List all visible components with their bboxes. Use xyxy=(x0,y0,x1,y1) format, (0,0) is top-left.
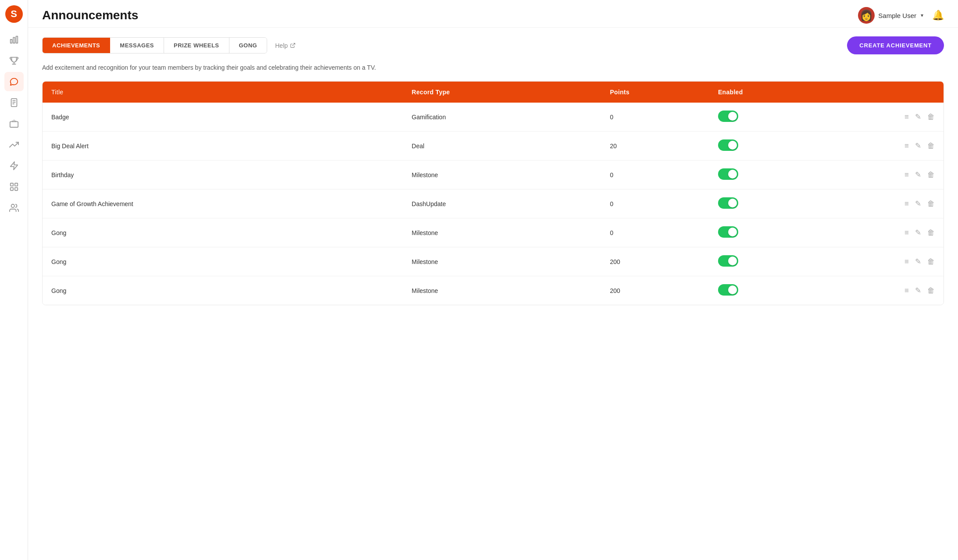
tabs-container: ACHIEVEMENTS MESSAGES PRIZE WHEELS GONG xyxy=(42,37,267,54)
svg-rect-9 xyxy=(10,183,13,186)
list-icon-1[interactable]: ≡ xyxy=(904,142,909,150)
action-icons-4: ≡ ✎ 🗑 xyxy=(826,228,935,237)
table-row: Gong Milestone 200 ≡ ✎ 🗑 xyxy=(43,276,944,305)
create-achievement-button[interactable]: CREATE ACHIEVEMENT xyxy=(847,36,944,54)
toggle-0[interactable] xyxy=(718,111,738,122)
action-icons-3: ≡ ✎ 🗑 xyxy=(826,199,935,208)
edit-icon-1[interactable]: ✎ xyxy=(915,141,921,150)
svg-rect-1 xyxy=(13,37,15,43)
main-content: Announcements 👩 Sample User ▾ 🔔 ACHIEVEM… xyxy=(28,0,958,560)
svg-rect-7 xyxy=(10,121,18,127)
tab-achievements[interactable]: ACHIEVEMENTS xyxy=(43,38,110,53)
sidebar: S xyxy=(0,0,28,560)
delete-icon-6[interactable]: 🗑 xyxy=(927,286,935,295)
avatar-image: 👩 xyxy=(860,9,873,21)
delete-icon-0[interactable]: 🗑 xyxy=(927,113,935,121)
cell-enabled-1 xyxy=(709,132,817,161)
tab-prize-wheels[interactable]: PRIZE WHEELS xyxy=(164,38,229,53)
list-icon-4[interactable]: ≡ xyxy=(904,228,909,237)
list-icon-5[interactable]: ≡ xyxy=(904,257,909,266)
cell-enabled-3 xyxy=(709,189,817,218)
notification-bell-icon[interactable]: 🔔 xyxy=(932,10,944,21)
user-menu[interactable]: 👩 Sample User ▾ xyxy=(858,7,923,24)
delete-icon-3[interactable]: 🗑 xyxy=(927,200,935,208)
toggle-2[interactable] xyxy=(718,168,738,180)
cell-title-4: Gong xyxy=(43,218,403,247)
edit-icon-5[interactable]: ✎ xyxy=(915,257,921,266)
cell-record-type-2: Milestone xyxy=(403,161,601,189)
toggle-1[interactable] xyxy=(718,139,738,151)
help-link[interactable]: Help xyxy=(275,42,296,49)
tab-messages[interactable]: MESSAGES xyxy=(110,38,164,53)
col-header-record-type: Record Type xyxy=(403,82,601,103)
cell-actions-0: ≡ ✎ 🗑 xyxy=(817,103,944,132)
col-header-title: Title xyxy=(43,82,403,103)
cell-enabled-4 xyxy=(709,218,817,247)
header-right: 👩 Sample User ▾ 🔔 xyxy=(858,7,944,24)
delete-icon-1[interactable]: 🗑 xyxy=(927,142,935,150)
app-logo[interactable]: S xyxy=(5,5,23,23)
cell-title-2: Birthday xyxy=(43,161,403,189)
sidebar-item-integrations[interactable] xyxy=(4,156,24,175)
sidebar-item-announcements[interactable] xyxy=(4,72,24,91)
cell-title-6: Gong xyxy=(43,276,403,305)
table-row: Birthday Milestone 0 ≡ ✎ 🗑 xyxy=(43,161,944,189)
table-row: Gong Milestone 200 ≡ ✎ 🗑 xyxy=(43,247,944,276)
avatar: 👩 xyxy=(858,7,875,24)
edit-icon-0[interactable]: ✎ xyxy=(915,112,921,121)
edit-icon-3[interactable]: ✎ xyxy=(915,199,921,208)
list-icon-3[interactable]: ≡ xyxy=(904,200,909,208)
action-icons-0: ≡ ✎ 🗑 xyxy=(826,112,935,121)
page-title: Announcements xyxy=(42,8,138,22)
edit-icon-2[interactable]: ✎ xyxy=(915,170,921,179)
list-icon-0[interactable]: ≡ xyxy=(904,113,909,121)
sidebar-item-users[interactable] xyxy=(4,198,24,218)
sidebar-item-trophy[interactable] xyxy=(4,51,24,70)
sidebar-item-analytics[interactable] xyxy=(4,135,24,154)
cell-points-4: 0 xyxy=(601,218,709,247)
cell-record-type-0: Gamification xyxy=(403,103,601,132)
list-icon-6[interactable]: ≡ xyxy=(904,286,909,295)
action-icons-2: ≡ ✎ 🗑 xyxy=(826,170,935,179)
cell-enabled-6 xyxy=(709,276,817,305)
tab-bar: ACHIEVEMENTS MESSAGES PRIZE WHEELS GONG … xyxy=(42,36,944,54)
list-icon-2[interactable]: ≡ xyxy=(904,171,909,179)
delete-icon-2[interactable]: 🗑 xyxy=(927,171,935,179)
edit-icon-4[interactable]: ✎ xyxy=(915,228,921,237)
col-header-points: Points xyxy=(601,82,709,103)
delete-icon-4[interactable]: 🗑 xyxy=(927,228,935,237)
toggle-5[interactable] xyxy=(718,255,738,267)
svg-point-13 xyxy=(11,204,14,207)
svg-line-14 xyxy=(292,43,295,46)
sidebar-item-chart[interactable] xyxy=(4,30,24,49)
table-row: Game of Growth Achievement DashUpdate 0 … xyxy=(43,189,944,218)
action-icons-1: ≡ ✎ 🗑 xyxy=(826,141,935,150)
cell-title-0: Badge xyxy=(43,103,403,132)
help-label: Help xyxy=(275,42,288,49)
cell-record-type-5: Milestone xyxy=(403,247,601,276)
toggle-6[interactable] xyxy=(718,284,738,296)
cell-record-type-6: Milestone xyxy=(403,276,601,305)
page-description: Add excitement and recognition for your … xyxy=(42,63,944,72)
edit-icon-6[interactable]: ✎ xyxy=(915,286,921,295)
tab-gong[interactable]: GONG xyxy=(229,38,267,53)
toggle-3[interactable] xyxy=(718,197,738,209)
achievements-table: Title Record Type Points Enabled Badge G… xyxy=(42,81,944,305)
chevron-down-icon: ▾ xyxy=(921,12,923,18)
page-header: Announcements 👩 Sample User ▾ 🔔 xyxy=(28,0,958,28)
delete-icon-5[interactable]: 🗑 xyxy=(927,257,935,266)
table-row: Badge Gamification 0 ≡ ✎ 🗑 xyxy=(43,103,944,132)
cell-title-3: Game of Growth Achievement xyxy=(43,189,403,218)
cell-actions-2: ≡ ✎ 🗑 xyxy=(817,161,944,189)
cell-enabled-2 xyxy=(709,161,817,189)
toggle-4[interactable] xyxy=(718,226,738,238)
cell-title-1: Big Deal Alert xyxy=(43,132,403,161)
cell-enabled-5 xyxy=(709,247,817,276)
col-header-actions xyxy=(817,82,944,103)
sidebar-item-reports[interactable] xyxy=(4,93,24,112)
cell-actions-6: ≡ ✎ 🗑 xyxy=(817,276,944,305)
sidebar-item-tv[interactable] xyxy=(4,114,24,133)
content-area: ACHIEVEMENTS MESSAGES PRIZE WHEELS GONG … xyxy=(28,28,958,560)
svg-marker-8 xyxy=(10,162,18,170)
sidebar-item-groups[interactable] xyxy=(4,177,24,196)
